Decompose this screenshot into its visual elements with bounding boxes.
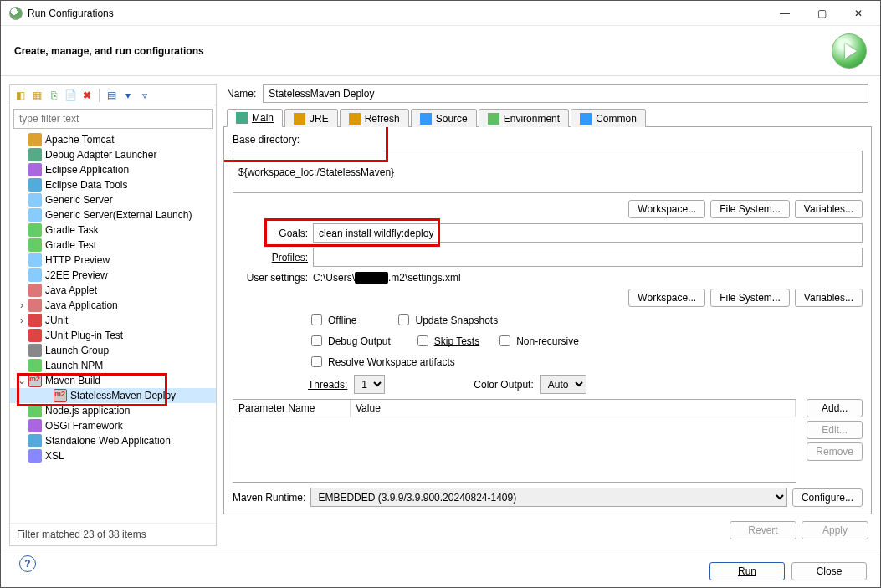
- tab-common[interactable]: Common: [571, 109, 646, 127]
- tree-item[interactable]: Standalone Web Application: [10, 433, 216, 448]
- offline-checkbox[interactable]: Offline: [308, 312, 356, 328]
- app-icon: [9, 7, 23, 20]
- param-col-name[interactable]: Parameter Name: [233, 400, 351, 417]
- minimize-button[interactable]: —: [766, 2, 803, 25]
- tab-refresh[interactable]: Refresh: [340, 109, 409, 127]
- parameters-table[interactable]: Parameter Name Value: [233, 399, 796, 483]
- threads-label: Threads:: [308, 379, 347, 391]
- variables-button-1[interactable]: Variables...: [795, 200, 863, 218]
- delete-icon[interactable]: ✖: [80, 89, 94, 102]
- redacted-username: [355, 272, 388, 284]
- right-panel: Name: MainJRERefreshSourceEnvironmentCom…: [223, 84, 872, 546]
- tabs: MainJRERefreshSourceEnvironmentCommon: [223, 108, 872, 127]
- close-window-button[interactable]: ✕: [840, 2, 877, 25]
- tree-item-child[interactable]: m2StatelessMaven Deploy: [10, 388, 216, 403]
- tree-item[interactable]: Launch Group: [10, 343, 216, 358]
- tree-item[interactable]: ›Java Application: [10, 298, 216, 313]
- tab-icon: [420, 113, 432, 125]
- filter-input[interactable]: type filter text: [13, 109, 213, 129]
- tree-item-icon: [28, 223, 42, 237]
- tree-item[interactable]: Gradle Task: [10, 222, 216, 238]
- non-recursive-checkbox[interactable]: Non-recursive: [496, 333, 579, 349]
- name-input[interactable]: [263, 84, 868, 103]
- tree-item[interactable]: J2EE Preview: [10, 268, 216, 283]
- tree-item[interactable]: Gradle Test: [10, 238, 216, 253]
- base-dir-label: Base directory:: [233, 134, 863, 146]
- tree-item[interactable]: XSL: [10, 448, 216, 463]
- tree-item-icon: [28, 148, 42, 161]
- tree-item[interactable]: HTTP Preview: [10, 253, 216, 268]
- help-icon[interactable]: ?: [19, 555, 36, 572]
- tab-environment[interactable]: Environment: [479, 109, 569, 127]
- goals-input[interactable]: [313, 223, 863, 243]
- tree-item[interactable]: ›JUnit: [10, 313, 216, 328]
- threads-select[interactable]: 1: [354, 375, 385, 394]
- tree-item[interactable]: Node.js application: [10, 403, 216, 418]
- color-output-select[interactable]: Auto: [540, 375, 586, 394]
- workspace-button-2[interactable]: Workspace...: [628, 289, 705, 307]
- tab-main[interactable]: Main: [227, 109, 283, 127]
- variables-button-2[interactable]: Variables...: [795, 289, 863, 307]
- tab-jre[interactable]: JRE: [284, 109, 338, 127]
- tree-item[interactable]: OSGi Framework: [10, 418, 216, 433]
- duplicate-icon[interactable]: 📄: [64, 89, 77, 102]
- param-col-value[interactable]: Value: [351, 400, 796, 417]
- tree-item-icon: [28, 344, 42, 357]
- tab-icon: [488, 113, 499, 125]
- tree-item[interactable]: Generic Server(External Launch): [10, 207, 216, 222]
- window-run-configurations: Run Configurations — ▢ ✕ Create, manage,…: [0, 0, 881, 588]
- tab-source[interactable]: Source: [411, 109, 477, 127]
- titlebar: Run Configurations — ▢ ✕: [1, 1, 880, 26]
- tree-item-icon: [28, 133, 42, 146]
- filesystem-button-2[interactable]: File System...: [710, 289, 790, 307]
- profiles-input[interactable]: [313, 248, 863, 267]
- user-settings-input[interactable]: C:\Users\.m2\settings.xml: [313, 272, 461, 284]
- tree-item[interactable]: Generic Server: [10, 192, 216, 207]
- tab-icon: [580, 113, 592, 125]
- add-param-button[interactable]: Add...: [807, 399, 863, 417]
- tree-item[interactable]: Launch NPM: [10, 358, 216, 373]
- tree-item-icon: m2: [28, 374, 42, 387]
- close-button[interactable]: Close: [791, 562, 867, 580]
- tree-item[interactable]: Debug Adapter Launcher: [10, 147, 216, 162]
- tree-item-icon: [28, 434, 42, 447]
- run-button[interactable]: Run: [709, 562, 785, 580]
- tree-item[interactable]: Eclipse Data Tools: [10, 177, 216, 192]
- tree-item[interactable]: Apache Tomcat: [10, 132, 216, 147]
- update-snapshots-checkbox[interactable]: Update Snapshots: [395, 312, 498, 328]
- dialog-header: Create, manage, and run configurations: [1, 26, 880, 76]
- revert-button: Revert: [730, 521, 796, 539]
- resolve-workspace-checkbox[interactable]: Resolve Workspace artifacts: [308, 354, 455, 370]
- maven-runtime-select[interactable]: EMBEDDED (3.9.9/3.9.900.20240824-1409): [310, 488, 787, 507]
- new-prototype-icon[interactable]: ▦: [30, 89, 44, 102]
- tree-item-icon: [28, 208, 42, 222]
- collapse-all-icon[interactable]: ▾: [121, 89, 135, 102]
- maximize-button[interactable]: ▢: [803, 2, 840, 25]
- tree-item-icon: [28, 359, 42, 372]
- tree-item-icon: [28, 238, 42, 252]
- configure-runtime-button[interactable]: Configure...: [792, 488, 863, 507]
- debug-output-checkbox[interactable]: Debug Output: [308, 333, 391, 349]
- export-icon[interactable]: ⎘: [47, 89, 60, 102]
- window-title: Run Configurations: [28, 8, 114, 19]
- tree-item[interactable]: Eclipse Application: [10, 162, 216, 177]
- name-label: Name:: [227, 88, 256, 100]
- base-dir-input[interactable]: [233, 151, 863, 193]
- workspace-button-1[interactable]: Workspace...: [628, 200, 705, 218]
- tab-icon: [294, 113, 305, 125]
- new-config-icon[interactable]: ◧: [13, 89, 27, 102]
- tree-item[interactable]: ⌄m2Maven Build: [10, 373, 216, 388]
- skip-tests-checkbox[interactable]: Skip Tests: [414, 333, 479, 349]
- config-tree[interactable]: Apache TomcatDebug Adapter LauncherEclip…: [10, 132, 216, 523]
- goals-label: Goals:: [233, 228, 308, 239]
- run-header-icon: [832, 33, 867, 69]
- expand-all-icon[interactable]: ▤: [105, 89, 118, 102]
- tree-toolbar: ◧ ▦ ⎘ 📄 ✖ ▤ ▾ ▿: [10, 85, 216, 105]
- filter-menu-icon[interactable]: ▿: [138, 89, 151, 102]
- filesystem-button-1[interactable]: File System...: [710, 200, 790, 218]
- tree-item[interactable]: Java Applet: [10, 283, 216, 298]
- left-panel: ◧ ▦ ⎘ 📄 ✖ ▤ ▾ ▿ type filter text Apache …: [9, 84, 217, 546]
- tree-item[interactable]: JUnit Plug-in Test: [10, 328, 216, 343]
- tree-item-icon: [28, 329, 42, 342]
- tree-item-icon: m2: [54, 389, 67, 402]
